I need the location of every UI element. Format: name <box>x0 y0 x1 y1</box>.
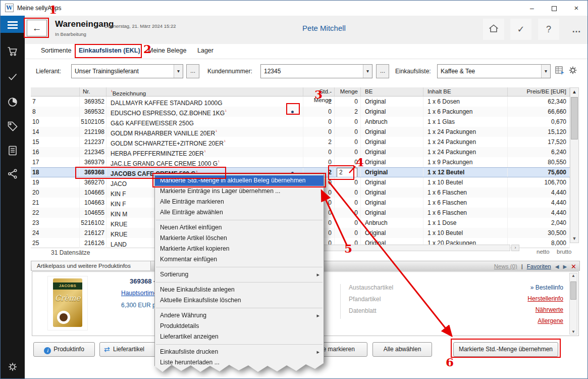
scrollbar-thumb[interactable] <box>570 281 576 300</box>
scroll-down-icon[interactable]: ▼ <box>570 234 578 243</box>
context-menu-item[interactable]: Markierte Artikel kopieren <box>155 244 324 254</box>
prev-arrow-icon[interactable]: ◀ <box>555 264 559 269</box>
logged-in-user[interactable]: Pete Mitchell <box>274 24 375 32</box>
context-menu-item[interactable]: Markierte Std.-Menge in aktuellen Beleg … <box>155 175 324 186</box>
table-row[interactable]: 7 369352 DALLMAYR KAFFEE STANDARD 1000G … <box>31 97 570 107</box>
lieferant-select[interactable]: Unser Trainingslieferant ▾ <box>71 64 183 78</box>
menge-edit-input[interactable]: 2 <box>337 168 357 177</box>
einkaufsliste-list-icon[interactable] <box>555 65 565 77</box>
col-menge[interactable]: Menge <box>335 87 361 96</box>
naehrwerte-link[interactable]: Nährwerte <box>527 306 563 313</box>
close-button[interactable]: × <box>565 1 587 16</box>
col-inhalt-be[interactable]: Inhalt BE <box>423 87 508 96</box>
col-std-menge[interactable]: Std.-Menge <box>303 87 335 96</box>
cell-menge[interactable]: 2 <box>335 168 361 177</box>
next-arrow-icon[interactable]: ▶ <box>563 264 567 269</box>
netto-toggle[interactable]: netto <box>537 249 550 255</box>
table-row[interactable]: 17 369379 JAC.LE GRAND CAFE CREME 1000 G… <box>31 157 570 167</box>
more-options-button[interactable]: … <box>566 19 587 40</box>
settings-gear-icon[interactable] <box>7 361 18 372</box>
scrollbar-thumb[interactable] <box>571 97 578 139</box>
cell-menge[interactable]: 0 <box>335 137 361 147</box>
scroll-down-icon[interactable]: ▼ <box>570 329 577 334</box>
context-menu-item[interactable]: Alle Einträge abwählen <box>155 207 324 218</box>
cell-menge[interactable]: 0 <box>335 147 361 157</box>
table-row[interactable]: 14 212198 GOLDM RHABARBER VANILLE 20ER¹ … <box>31 127 570 137</box>
lieferartikel-button[interactable]: ⇄Lieferartikel <box>99 342 160 357</box>
cell-menge[interactable]: 0 <box>335 218 361 228</box>
bestellinfo-link[interactable]: » Bestellinfo <box>527 284 563 291</box>
brutto-toggle[interactable]: brutto <box>557 249 571 255</box>
context-menu-item[interactable]: Markierte Einträge ins Lager übernehmen … <box>155 186 324 197</box>
cell-menge[interactable]: 0 <box>335 97 361 107</box>
scroll-up-icon[interactable]: ▲ <box>570 273 577 278</box>
cell-menge[interactable]: 0 <box>335 198 361 208</box>
herstellerinfo-link[interactable]: Herstellerinfo <box>527 295 563 302</box>
context-menu-item[interactable]: Sortierung▸ <box>155 269 324 280</box>
tab-meine-belege[interactable]: Meine Belege <box>148 47 186 54</box>
home-button[interactable] <box>483 19 504 40</box>
table-header[interactable]: Nr. ¹Bezeichnung Std.-Menge Menge BE Inh… <box>31 87 570 97</box>
cell-menge[interactable]: 0 <box>335 177 361 187</box>
kundennummer-select[interactable]: 12345 ▾ <box>260 64 372 78</box>
maximize-button[interactable] <box>543 1 565 16</box>
context-menu-item[interactable]: Produktdetails <box>155 321 324 331</box>
cell-menge[interactable]: 0 <box>335 187 361 198</box>
cart-icon[interactable] <box>7 46 18 57</box>
col-be[interactable]: BE <box>361 87 423 96</box>
cell-menge[interactable]: 2 <box>335 107 361 117</box>
kundennummer-more-button[interactable]: ... <box>376 64 389 78</box>
list-settings-gear-icon[interactable] <box>568 65 578 77</box>
context-menu-item[interactable]: Andere Währung▸ <box>155 310 324 321</box>
news-link[interactable]: News (0) <box>494 263 517 269</box>
table-row[interactable]: 16 212345 HERBA PFEFFERMINZTEE 20ER¹ 0 0… <box>31 147 570 157</box>
share-network-icon[interactable] <box>7 168 18 179</box>
chevron-down-icon[interactable]: ▾ <box>363 65 372 78</box>
scroll-up-icon[interactable]: ▲ <box>570 88 578 96</box>
confirm-button[interactable]: ✓ <box>510 19 531 40</box>
context-menu-item[interactable]: Neuen Artikel einfügen <box>155 222 324 233</box>
table-row[interactable]: 8 369532 EDUSCHO ESPRESSO, GZ.BOHNE 1KG¹… <box>31 107 570 117</box>
context-menu-item[interactable]: Neue Einkaufsliste anlegen <box>155 285 324 295</box>
tab-einkaufslisten[interactable]: Einkaufslisten (EKL) <box>79 47 140 54</box>
cell-menge[interactable]: 0 <box>335 117 361 127</box>
produktinfo-button[interactable]: iProduktinfo <box>33 342 95 357</box>
minimize-button[interactable]: – <box>521 1 543 16</box>
einkaufsliste-select[interactable]: Kaffee & Tee ▾ <box>437 64 551 78</box>
allergene-link[interactable]: Allergene <box>527 317 563 324</box>
alle-abwaehlen-button[interactable]: Alle abwählen <box>372 342 432 357</box>
chevron-down-icon[interactable]: ▾ <box>174 65 183 78</box>
back-button[interactable]: ← <box>27 20 47 36</box>
tab-sortimente[interactable]: Sortimente <box>41 47 71 54</box>
col-nr[interactable]: Nr. <box>80 87 106 96</box>
table-vertical-scrollbar[interactable]: ▲ ▼ <box>570 87 579 243</box>
context-menu-item[interactable]: Liste herunterladen ... <box>155 357 324 368</box>
artikelpass-title[interactable]: Artikelpass und weitere Produktinfos <box>32 261 151 270</box>
favoriten-link[interactable]: Favoriten <box>527 263 551 269</box>
lieferant-more-button[interactable]: ... <box>186 64 199 78</box>
context-menu-item[interactable]: Aktuelle Einkaufsliste löschen <box>155 295 324 306</box>
chevron-down-icon[interactable]: ▾ <box>541 65 550 78</box>
context-menu-item[interactable]: Markierte Artikel löschen <box>155 233 324 244</box>
tasks-check-icon[interactable] <box>7 71 18 82</box>
table-row[interactable]: 15 212237 GOLDM SCHWARZTEE+ZITRONE 20ER¹… <box>31 137 570 147</box>
cell-menge[interactable]: 0 <box>335 127 361 137</box>
tab-lager[interactable]: Lager <box>197 47 213 54</box>
help-button[interactable]: ? <box>538 19 559 40</box>
cell-menge[interactable]: 0 <box>335 208 361 218</box>
context-menu-item[interactable]: Alle Einträge markieren <box>155 197 324 207</box>
catalog-icon[interactable] <box>7 145 18 156</box>
col-preis[interactable]: Preis/BE [EUR] <box>508 87 570 96</box>
tag-icon[interactable] <box>7 121 18 132</box>
cell-menge[interactable]: 0 <box>335 228 361 238</box>
context-menu-item[interactable]: Einkaufsliste drucken▸ <box>155 347 324 357</box>
context-menu-item[interactable]: Kommentar einfügen <box>155 254 324 265</box>
pie-chart-icon[interactable] <box>7 97 18 108</box>
table-row[interactable]: 10 5102105 G&G KAFFEEWEISSER 250G 0 0 An… <box>31 117 570 127</box>
cell-menge[interactable]: 0 <box>335 157 361 167</box>
markierte-std-menge-uebernehmen-button[interactable]: Markierte Std.-Menge übernehmen <box>453 342 558 357</box>
close-panel-icon[interactable]: ✕ <box>571 263 576 270</box>
hamburger-menu-button[interactable] <box>1 16 25 33</box>
col-bezeichnung[interactable]: ¹Bezeichnung <box>106 87 303 96</box>
panel-vertical-scrollbar[interactable]: ▲ ▼ <box>569 273 577 335</box>
